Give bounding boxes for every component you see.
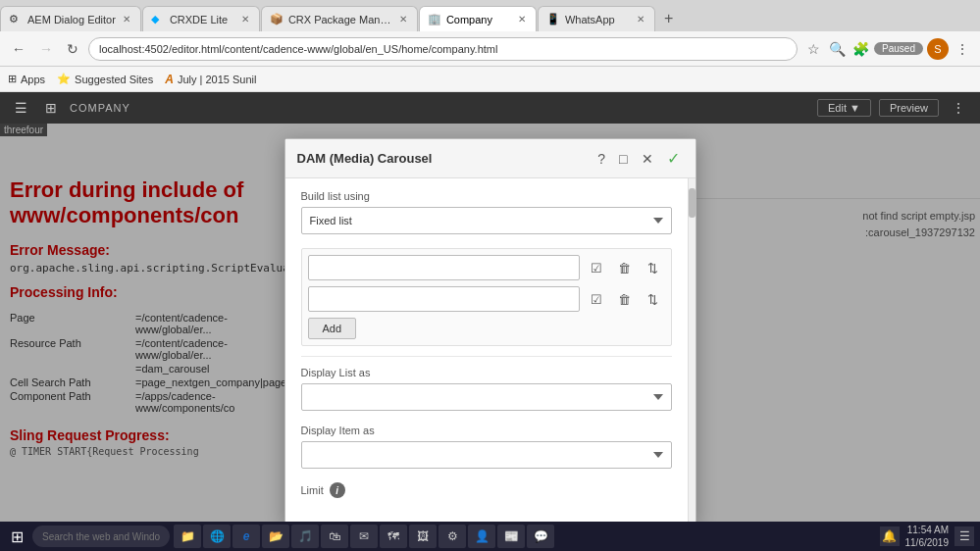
limit-label: Limit xyxy=(301,484,324,496)
tab-label-company: Company xyxy=(446,14,511,25)
dialog-header-actions: ? □ ✕ ✓ xyxy=(593,147,683,170)
menu-icon[interactable]: ⋮ xyxy=(953,39,972,59)
apps-icon: ⊞ xyxy=(8,73,17,85)
edit-mode-btn[interactable]: Edit ▼ xyxy=(817,99,871,117)
taskbar-app-edge[interactable]: 🌐 xyxy=(203,525,231,548)
aem-menu-btn[interactable]: ☰ xyxy=(10,97,32,119)
taskbar-app-mail[interactable]: ✉ xyxy=(350,525,378,548)
url-input[interactable] xyxy=(88,37,798,61)
taskbar-app-media[interactable]: 🎵 xyxy=(291,525,319,548)
taskbar-app-store[interactable]: 🛍 xyxy=(321,525,348,548)
taskbar-app-ie[interactable]: e xyxy=(232,525,260,548)
tab-crxde[interactable]: ◆ CRXDE Lite ✕ xyxy=(142,6,260,31)
list-item-delete-2[interactable]: 🗑 xyxy=(613,287,637,311)
tab-icon-crxde: ◆ xyxy=(151,13,165,26)
extension-icon[interactable]: 🧩 xyxy=(851,39,870,59)
aem-page-title: COMPANY xyxy=(70,102,130,114)
tab-icon-company: 🏢 xyxy=(428,13,441,26)
close-icon: ✕ xyxy=(642,151,653,167)
tab-close-aem[interactable]: ✕ xyxy=(121,13,132,25)
reorder-icon-2: ⇅ xyxy=(647,292,658,307)
list-item-delete-1[interactable]: 🗑 xyxy=(613,256,637,279)
taskbar-notify-btn[interactable]: 🔔 xyxy=(880,526,900,546)
scroll-thumb[interactable] xyxy=(689,188,696,218)
reorder-icon-1: ⇅ xyxy=(647,261,658,276)
maximize-icon: □ xyxy=(619,151,627,167)
tab-whatsapp[interactable]: 📱 WhatsApp ✕ xyxy=(538,6,655,31)
profile-icon[interactable]: S xyxy=(927,38,949,60)
bookmark-suggested[interactable]: ⭐ Suggested Sites xyxy=(57,73,153,85)
preview-mode-btn[interactable]: Preview xyxy=(879,99,939,117)
tab-close-company[interactable]: ✕ xyxy=(516,13,528,25)
modal-overlay: DAM (Media) Carousel ? □ ✕ ✓ xyxy=(0,124,980,551)
taskbar-app-maps[interactable]: 🗺 xyxy=(380,525,407,548)
preview-label: Preview xyxy=(890,102,928,114)
build-list-label: Build list using xyxy=(301,190,672,202)
taskbar-app-news[interactable]: 📰 xyxy=(497,525,525,548)
tab-aem-dialog-editor[interactable]: ⚙ AEM Dialog Editor ✕ xyxy=(0,6,141,31)
tab-crx-package[interactable]: 📦 CRX Package Manager - /e... ✕ xyxy=(261,6,418,31)
taskbar-app-photos[interactable]: 🖼 xyxy=(409,525,437,548)
list-item-edit-2[interactable]: ☑ xyxy=(585,287,608,311)
add-button[interactable]: Add xyxy=(308,318,357,339)
aem-more-btn[interactable]: ⋮ xyxy=(947,97,970,119)
main-content: threefour Error during include of www/co… xyxy=(0,124,980,551)
bookmark-apps[interactable]: ⊞ Apps xyxy=(8,73,45,85)
confirm-icon: ✓ xyxy=(667,150,680,167)
list-item-input-1[interactable] xyxy=(308,255,580,280)
taskbar-apps: 📁 🌐 e 📂 🎵 🛍 ✉ 🗺 🖼 ⚙ 👤 📰 💬 xyxy=(174,525,876,548)
tab-label-crxde: CRXDE Lite xyxy=(170,14,234,25)
dialog-maximize-btn[interactable]: □ xyxy=(615,149,631,169)
display-item-dropdown[interactable] xyxy=(301,441,672,469)
list-item-input-2[interactable] xyxy=(308,286,580,312)
tab-close-crxde[interactable]: ✕ xyxy=(239,13,251,25)
refresh-button[interactable]: ↻ xyxy=(63,39,82,59)
delete-icon-1: 🗑 xyxy=(618,261,631,276)
delete-icon-2: 🗑 xyxy=(618,292,631,307)
dialog-body: Build list using Fixed list Dynamic list… xyxy=(285,178,688,524)
dialog-inner: Build list using Fixed list Dynamic list… xyxy=(285,178,696,524)
july-icon: A xyxy=(165,73,174,86)
star-icon[interactable]: ☆ xyxy=(803,39,823,59)
list-item-reorder-2[interactable]: ⇅ xyxy=(642,287,665,311)
tab-company[interactable]: 🏢 Company ✕ xyxy=(419,6,537,31)
list-item-reorder-1[interactable]: ⇅ xyxy=(642,256,665,279)
tab-label-aem: AEM Dialog Editor xyxy=(27,14,116,25)
bookmark-july[interactable]: A July | 2015 Sunil xyxy=(165,73,256,86)
tab-close-crx[interactable]: ✕ xyxy=(397,13,409,25)
tab-close-whatsapp[interactable]: ✕ xyxy=(635,13,646,25)
dialog-close-btn[interactable]: ✕ xyxy=(638,149,657,169)
taskbar-search[interactable] xyxy=(32,526,170,547)
suggested-label: Suggested Sites xyxy=(75,74,153,85)
taskbar-app-people[interactable]: 👤 xyxy=(468,525,495,548)
build-list-dropdown[interactable]: Fixed list Dynamic list Search xyxy=(301,207,672,234)
taskbar-right: 🔔 11:54 AM 11/6/2019 ☰ xyxy=(880,524,975,549)
list-item-edit-1[interactable]: ☑ xyxy=(585,256,608,279)
taskbar-app-settings[interactable]: ⚙ xyxy=(438,525,466,548)
taskbar-app-chat[interactable]: 💬 xyxy=(527,525,554,548)
start-button[interactable]: ⊞ xyxy=(6,526,28,548)
dialog-help-btn[interactable]: ? xyxy=(593,149,609,169)
section-divider-1 xyxy=(301,356,672,357)
taskbar-app-folder[interactable]: 📂 xyxy=(262,525,289,548)
new-tab-button[interactable]: + xyxy=(656,6,681,31)
aem-toolbar-right: Edit ▼ Preview ⋮ xyxy=(817,97,970,119)
date-display: 11/6/2019 xyxy=(905,536,950,549)
forward-button[interactable]: → xyxy=(35,39,57,59)
taskbar-app-file-explorer[interactable]: 📁 xyxy=(174,525,201,548)
tab-icon-whatsapp: 📱 xyxy=(546,13,560,26)
browser-frame: ⚙ AEM Dialog Editor ✕ ◆ CRXDE Lite ✕ 📦 C… xyxy=(0,0,980,551)
aem-toolbar: ☰ ⊞ COMPANY Edit ▼ Preview ⋮ xyxy=(0,92,980,124)
back-button[interactable]: ← xyxy=(8,39,29,59)
aem-grid-btn[interactable]: ⊞ xyxy=(40,97,62,119)
dialog: DAM (Media) Carousel ? □ ✕ ✓ xyxy=(284,138,696,525)
display-list-section: Display List as xyxy=(301,367,672,411)
tab-label-crx: CRX Package Manager - /e... xyxy=(288,14,392,25)
display-list-dropdown[interactable] xyxy=(301,383,672,411)
apps-label: Apps xyxy=(21,74,45,85)
search-icon[interactable]: 🔍 xyxy=(827,39,847,59)
taskbar-time: 11:54 AM 11/6/2019 xyxy=(905,524,950,549)
limit-info-icon[interactable]: i xyxy=(330,482,345,498)
taskbar-action-center[interactable]: ☰ xyxy=(954,526,974,546)
dialog-confirm-btn[interactable]: ✓ xyxy=(663,147,684,170)
